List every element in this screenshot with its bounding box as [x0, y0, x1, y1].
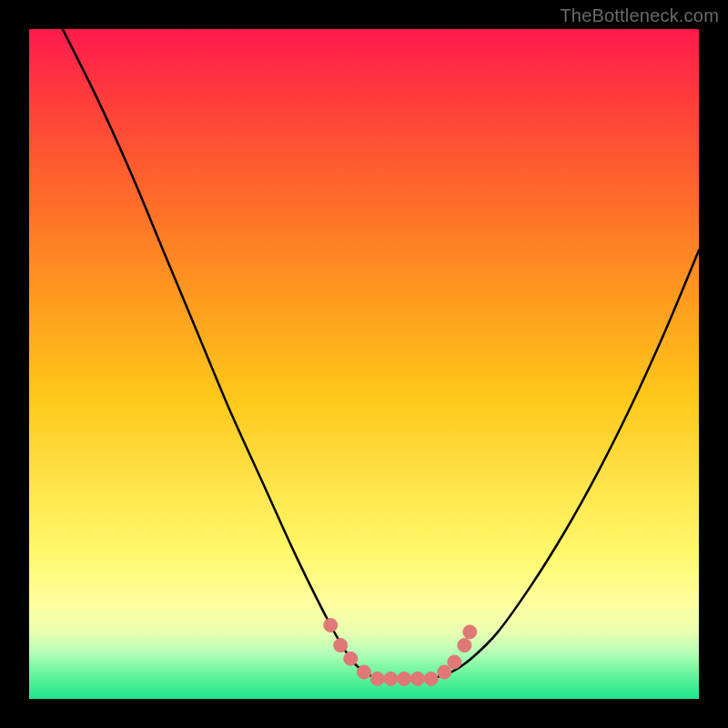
- highlight-dot: [324, 619, 338, 632]
- highlight-dot: [448, 655, 461, 669]
- chart-frame: TheBottleneck.com: [0, 0, 728, 728]
- highlight-dot: [458, 639, 471, 652]
- highlight-dot: [438, 665, 451, 679]
- highlight-dot: [370, 672, 384, 685]
- highlight-dot: [344, 652, 358, 665]
- highlight-dot: [398, 672, 411, 685]
- highlight-dot: [384, 672, 398, 685]
- curve-layer: [29, 29, 699, 699]
- series-left-curve: [63, 29, 378, 679]
- series-right-curve: [431, 250, 699, 679]
- highlight-dot: [424, 672, 438, 685]
- watermark-text: TheBottleneck.com: [560, 5, 719, 26]
- plot-area: [29, 29, 699, 699]
- highlight-dot: [334, 639, 348, 652]
- highlight-dot: [463, 625, 477, 639]
- highlight-dot: [410, 672, 424, 685]
- highlight-dot: [358, 665, 371, 679]
